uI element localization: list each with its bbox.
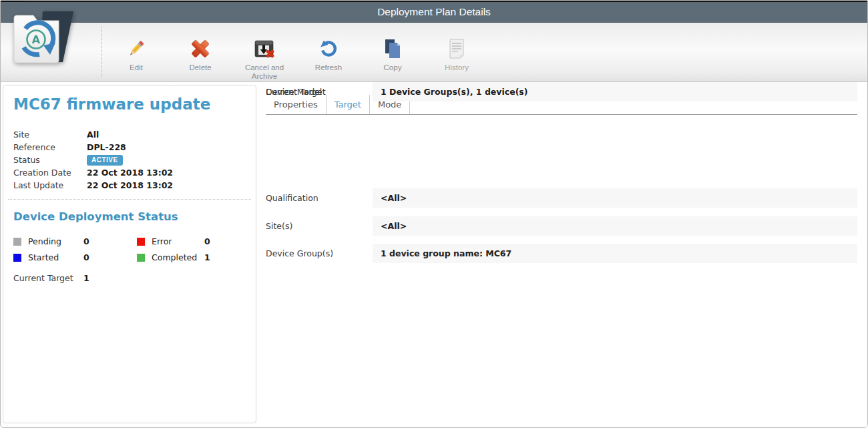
info-row-site: Site All [13,128,173,141]
field-value: 1 Device Groups(s), 1 device(s) [373,82,857,101]
edit-button[interactable]: Edit [104,23,168,81]
deployment-plan-details-window: Deployment Plan Details [0,0,868,428]
info-row-reference: Reference DPL-228 [13,141,173,154]
archive-cancel-icon [253,36,276,61]
legend-swatch-error [137,238,145,246]
toolbar: Edit Del [1,23,867,82]
deployment-status-heading: Device Deployment Status [13,210,178,223]
legend-label: Pending [28,236,83,246]
delete-x-icon [190,36,211,61]
history-icon [447,36,466,61]
field-row-current-target: Current Target 1 Device Groups(s), 1 dev… [257,82,867,101]
deployment-plan-logo-icon: A [9,3,77,68]
legend-count: 0 [204,236,231,246]
toolbar-separator [101,27,102,77]
copy-icon [383,36,403,61]
info-value: 22 Oct 2018 13:02 [87,180,173,190]
info-label: Creation Date [13,168,87,178]
field-row-sites: Site(s) <All> [257,216,867,236]
info-label: Site [13,130,87,140]
deployment-status-legend: Pending 0 Error 0 Started 0 Completed 1 [13,236,231,262]
legend-count: 0 [83,252,137,262]
toolbar-button-label: Delete [189,63,211,72]
field-value: <All> [373,216,857,236]
toolbar-buttons: Edit Del [104,23,489,81]
legend-swatch-started [13,254,21,262]
legend-count: 0 [83,236,137,246]
legend-swatch-pending [13,238,21,246]
history-button[interactable]: History [425,23,489,81]
current-target-row: Current Target 1 [13,273,89,283]
legend-label: Started [28,252,83,262]
svg-text:A: A [32,33,41,46]
toolbar-button-label: Refresh [315,63,342,72]
toolbar-button-label: Edit [130,63,143,72]
field-label: Current Target [266,82,326,101]
titlebar: Deployment Plan Details [1,2,867,23]
tab-bar-underline [266,114,857,115]
info-value: All [87,130,99,140]
field-label: Site(s) [266,216,292,236]
copy-button[interactable]: Copy [361,23,425,81]
info-row-creation-date: Creation Date 22 Oct 2018 13:02 [13,166,173,179]
refresh-icon [318,36,339,61]
toolbar-button-label: Cancel and Archive [235,63,294,80]
current-target-label: Current Target [13,273,83,283]
info-row-status: Status ACTIVE [13,154,173,166]
pencil-icon [126,36,146,61]
field-row-qualification: Qualification <All> [257,188,867,208]
info-value: 22 Oct 2018 13:02 [87,168,173,178]
refresh-button[interactable]: Refresh [296,23,361,81]
field-value: 1 device group name: MC67 [373,244,857,263]
field-label: Qualification [266,188,318,208]
current-target-value: 1 [83,273,89,283]
info-label: Status [13,155,87,165]
legend-count: 1 [204,252,231,262]
plan-info-list: Site All Reference DPL-228 Status ACTIVE… [13,128,173,192]
legend-label: Completed [152,252,204,262]
legend-swatch-completed [137,254,145,262]
field-value: <All> [373,188,857,208]
delete-button[interactable]: Delete [168,23,232,81]
field-row-device-groups: Device Group(s) 1 device group name: MC6… [257,244,867,263]
info-label: Reference [13,142,87,152]
info-value: DPL-228 [87,142,126,152]
toolbar-button-label: Copy [384,63,402,72]
status-badge: ACTIVE [87,155,123,166]
plan-details-panel: Properties Target Mode Qualification <Al… [257,82,867,427]
cancel-and-archive-button[interactable]: Cancel and Archive [232,23,296,81]
plan-title: MC67 firmware update [13,95,210,113]
plan-summary-panel: MC67 firmware update Site All Reference … [3,85,256,423]
toolbar-button-label: History [445,63,469,72]
dotted-separator [8,199,251,200]
page-title: Deployment Plan Details [377,6,491,18]
legend-label: Error [152,236,204,246]
info-row-last-update: Last Update 22 Oct 2018 13:02 [13,179,173,192]
field-label: Device Group(s) [266,244,333,263]
info-label: Last Update [13,180,87,190]
